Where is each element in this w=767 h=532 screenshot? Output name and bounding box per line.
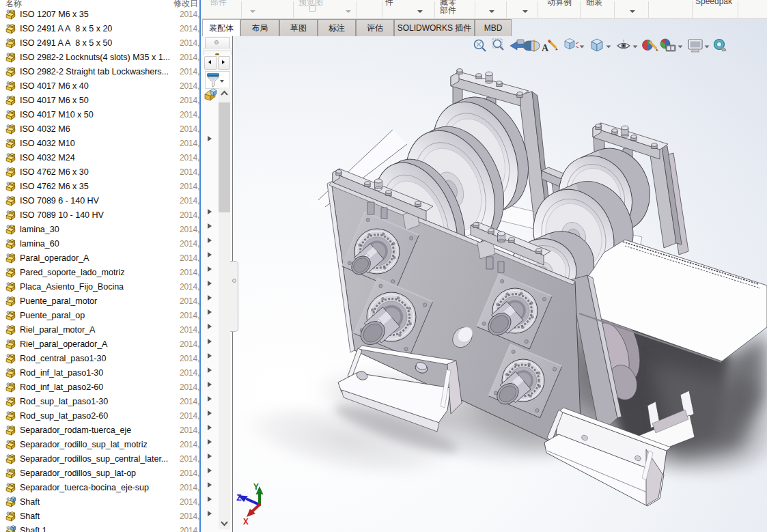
svg-text:Z: Z	[236, 493, 242, 503]
svg-text:X: X	[243, 517, 249, 527]
svg-text:Y: Y	[253, 482, 259, 492]
svg-text:A: A	[542, 43, 549, 53]
